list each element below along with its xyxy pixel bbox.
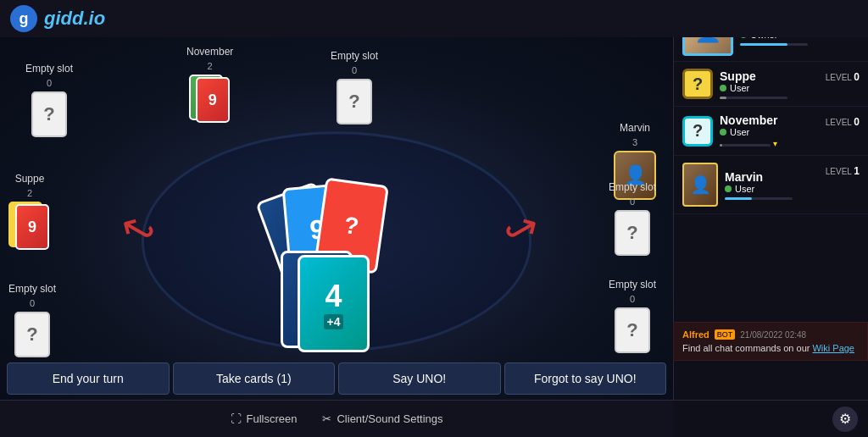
slot-count-right-upper: 0 [630, 196, 635, 207]
level-badge-november: LEVEL 0 [826, 113, 860, 129]
chat-message: Find all chat commands on our Wiki Page [682, 343, 859, 353]
hand-card-stack: 4 +4 [281, 251, 374, 361]
level-bar-fill-suppe [720, 97, 726, 99]
logo-text: gidd.io [44, 8, 105, 30]
slot-card-top-left: ? [31, 91, 67, 137]
logo-icon: g [10, 5, 37, 32]
level-bar-fill-marvin [725, 197, 752, 200]
chat-timestamp: 21/08/2022 02:48 [740, 330, 806, 340]
avatar-marvin: 👤 [682, 163, 718, 207]
slot-empty-top-left: Empty slot 0 ? [25, 63, 73, 137]
slot-empty-top-center: Empty slot 0 ? [331, 50, 378, 124]
slot-count-top-center: 0 [352, 65, 357, 75]
role-dot-suppe [720, 85, 726, 91]
slot-count-right-lower: 0 [630, 294, 635, 304]
slot-count-left-lower: 0 [30, 298, 35, 308]
client-sound-button[interactable]: ✂ Client/Sound Settings [322, 412, 442, 425]
slot-name-suppe: Suppe [15, 173, 45, 185]
slot-count-november: 2 [208, 61, 213, 71]
slot-empty-left-lower: Empty slot 0 ? [8, 283, 56, 357]
right-panel: 👤 Sandro Owner LEVEL 1 ? Suppe User [673, 0, 868, 437]
level-badge-marvin: LEVEL 1 [826, 163, 860, 178]
fullscreen-button[interactable]: ⛶ Fullscreen [231, 412, 298, 425]
level-badge-suppe: LEVEL 0 [826, 69, 860, 84]
level-bar-november [720, 144, 771, 147]
slot-name-left-lower: Empty slot [8, 283, 56, 295]
slot-suppe: Suppe 2 9 [8, 173, 51, 251]
take-cards-button[interactable]: Take cards (1) [173, 362, 336, 395]
player-entry-marvin: 👤 Marvin User LEVEL 1 [674, 156, 868, 214]
logo: g gidd.io [10, 5, 105, 32]
header: g gidd.io [0, 0, 868, 37]
slot-name-top-left: Empty slot [25, 63, 73, 75]
slot-name-right-lower: Empty slot [609, 279, 656, 290]
chat-area: Alfred BOT 21/08/2022 02:48 Find all cha… [673, 322, 868, 361]
avatar-suppe: ? [682, 69, 713, 99]
level-bar-suppe [720, 97, 787, 99]
player-entry-november: ? November User ▾ LEVEL 0 [674, 107, 868, 156]
player-hand[interactable]: 4 +4 [281, 251, 374, 361]
player-role-marvin: User [725, 184, 860, 194]
end-turn-button[interactable]: End your turn [7, 362, 170, 395]
game-area: ↩ ↪ 9 ? Empty slot 0 ? November 2 9 Empt… [0, 37, 673, 437]
say-uno-button[interactable]: Say UNO! [338, 362, 501, 395]
slot-name-marvin: Marvin [620, 122, 650, 134]
slot-card-right-upper: ? [615, 210, 650, 256]
chat-header: Alfred BOT 21/08/2022 02:48 [682, 329, 859, 340]
level-bar-sandro [740, 43, 808, 46]
slot-count-top-left: 0 [47, 78, 52, 88]
bottom-buttons: End your turn Take cards (1) Say UNO! Fo… [0, 359, 673, 398]
slot-november: November 2 9 [186, 46, 233, 124]
level-bar-marvin [725, 197, 793, 200]
level-bar-fill-sandro [740, 43, 787, 46]
november-level-area: ▾ [720, 139, 860, 148]
footer-bar: ⛶ Fullscreen ✂ Client/Sound Settings [0, 400, 673, 437]
chat-sender: Alfred [682, 329, 709, 340]
slot-card-left-lower: ? [14, 312, 50, 357]
player-role-suppe: User [720, 83, 860, 93]
slot-empty-right-lower: Empty slot 0 ? [609, 279, 656, 353]
slot-count-suppe: 2 [27, 188, 32, 198]
role-dot-marvin [725, 185, 732, 192]
slot-name-november: November [186, 46, 233, 58]
wiki-link[interactable]: Wiki Page [812, 343, 854, 353]
forgot-uno-button[interactable]: Forgot to say UNO! [504, 362, 667, 395]
right-footer: ⚙ [673, 400, 868, 437]
fullscreen-label: Fullscreen [247, 412, 298, 425]
card-plus4[interactable]: 4 +4 [298, 255, 370, 352]
slot-card-right-lower: ? [615, 307, 650, 353]
slot-empty-right-upper: Empty slot 0 ? [609, 181, 656, 256]
player-entry-suppe: ? Suppe User LEVEL 0 [674, 62, 868, 107]
settings-icon: ⚙ [839, 411, 851, 427]
settings-button[interactable]: ⚙ [832, 407, 858, 432]
slot-name-right-upper: Empty slot [609, 181, 656, 193]
fullscreen-icon: ⛶ [231, 412, 242, 425]
slot-name-top-center: Empty slot [331, 50, 378, 62]
slot-count-marvin: 3 [632, 137, 637, 147]
avatar-november: ? [682, 116, 713, 147]
slot-card-top-center: ? [337, 79, 372, 124]
scissors-icon: ✂ [322, 412, 331, 425]
role-dot-november [720, 129, 726, 136]
level-bar-fill-november [720, 144, 722, 147]
client-sound-label: Client/Sound Settings [337, 412, 442, 425]
bot-badge: BOT [715, 329, 736, 340]
